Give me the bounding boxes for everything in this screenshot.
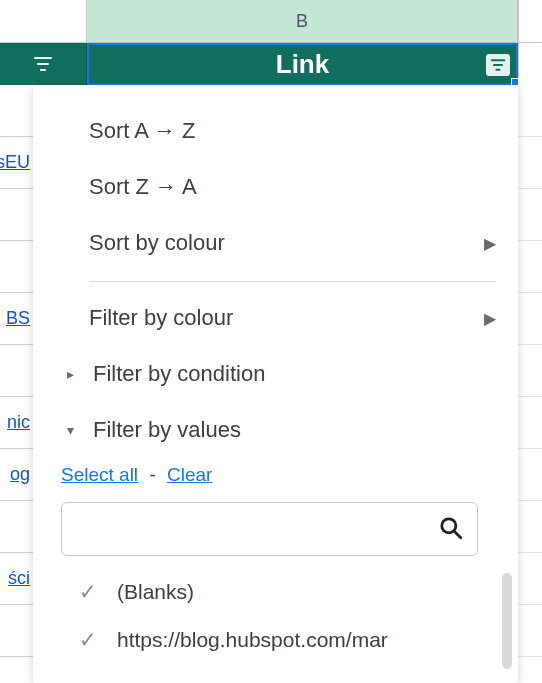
menu-label: Filter by condition [93,361,265,387]
gutter-right [518,0,542,43]
bg-cell-fragment: og [0,449,33,501]
menu-label: Filter by values [93,417,241,443]
search-icon[interactable] [438,515,464,545]
column-letter: B [296,11,308,32]
selection-handle[interactable] [511,78,519,86]
bg-cell-fragment [0,85,33,137]
bg-right-cell [518,501,542,553]
bg-right-cell [518,397,542,449]
bg-right-cell [518,85,542,137]
value-item[interactable]: ✓https://blog.hubspot.com/mar [61,616,476,664]
header-cell-b[interactable]: Link [87,43,518,85]
bg-right-cell [518,241,542,293]
value-label: https://blog.hubspot.com/mar [117,628,388,652]
check-icon: ✓ [79,580,97,604]
bg-cell-fragment [0,345,33,397]
value-list-scrollbar[interactable] [502,573,512,669]
bg-right-cell [518,605,542,657]
bg-right-cell [518,449,542,501]
gutter-right-2 [518,43,542,85]
bg-cell-fragment: BS [0,293,33,345]
dash: - [143,464,161,485]
filter-popup: Sort A → Z Sort Z → A Sort by colour ▶ F… [33,85,518,683]
caret-down-icon: ▾ [61,422,79,438]
menu-label: Sort by colour [89,230,225,256]
gutter-left [0,0,87,43]
value-list: ✓(Blanks)✓https://blog.hubspot.com/mar [61,568,496,664]
bg-right-cell [518,293,542,345]
header-row: Link [0,43,542,85]
bg-right-cell [518,189,542,241]
bg-right-strip [518,85,542,683]
bg-cell-fragment: sEU [0,137,33,189]
bg-cell-fragment [0,241,33,293]
menu-label: Filter by colour [89,305,233,331]
chevron-right-icon: ▶ [484,234,496,253]
svg-line-1 [454,531,460,537]
value-item[interactable]: ✓(Blanks) [61,568,476,616]
bg-right-cell [518,137,542,189]
chevron-right-icon: ▶ [484,309,496,328]
column-header-b[interactable]: B [87,0,518,43]
column-title: Link [276,49,329,80]
bg-cell-fragment: ści [0,553,33,605]
search-input[interactable] [61,502,478,556]
filter-chip[interactable] [486,54,510,76]
divider [89,281,496,282]
check-icon: ✓ [79,628,97,652]
sort-a-z[interactable]: Sort A → Z [61,103,496,159]
filter-by-colour[interactable]: Filter by colour ▶ [61,290,496,346]
header-cell-a[interactable] [0,43,87,85]
bg-cell-fragment [0,501,33,553]
value-label: (Blanks) [117,580,194,604]
bg-cell-fragment [0,605,33,657]
filter-by-values[interactable]: ▾ Filter by values [61,402,496,458]
filter-active-icon [490,58,506,72]
bg-right-cell [518,553,542,605]
column-header-row: B [0,0,542,43]
select-all-link[interactable]: Select all [61,464,138,485]
sort-by-colour[interactable]: Sort by colour ▶ [61,215,496,271]
select-links: Select all - Clear [61,458,496,502]
filter-icon [33,56,53,72]
filter-by-condition[interactable]: ▸ Filter by condition [61,346,496,402]
clear-link[interactable]: Clear [167,464,212,485]
menu-label: Sort Z → A [89,174,197,200]
sort-z-a[interactable]: Sort Z → A [61,159,496,215]
bg-cell-fragment [0,189,33,241]
bg-right-cell [518,345,542,397]
bg-cell-fragment: nic [0,397,33,449]
caret-right-icon: ▸ [61,366,79,382]
bg-left-strip: sEUBSnicogści [0,85,33,683]
menu-label: Sort A → Z [89,118,195,144]
